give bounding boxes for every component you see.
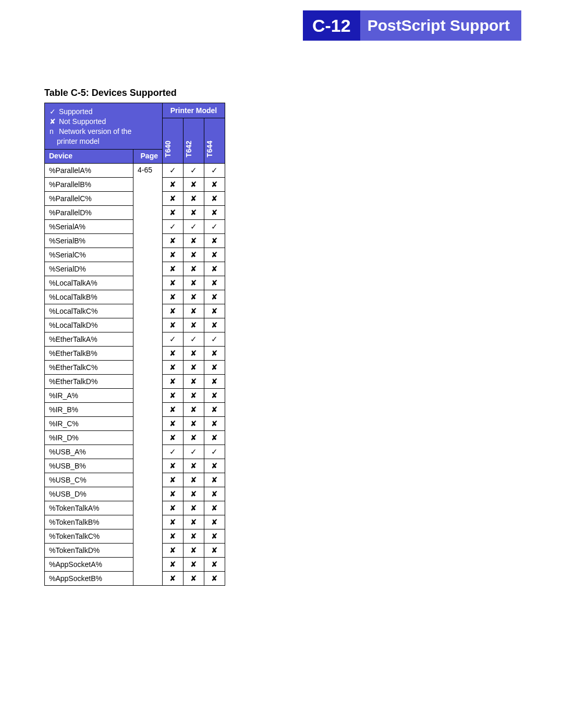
cross-icon: ✘ bbox=[163, 430, 183, 445]
cross-icon: ✘ bbox=[183, 346, 204, 360]
cross-icon: ✘ bbox=[183, 177, 204, 191]
model-header-t640: T640 bbox=[163, 118, 183, 164]
cross-icon: ✘ bbox=[183, 233, 204, 248]
device-name: %SerialA% bbox=[45, 219, 133, 233]
cross-icon: ✘ bbox=[163, 557, 183, 571]
cross-icon: ✘ bbox=[183, 248, 204, 262]
legend-cell: ✓ Supported ✘ Not Supported n Network ve… bbox=[45, 103, 163, 150]
cross-icon: ✘ bbox=[163, 473, 183, 487]
cross-icon: ✘ bbox=[183, 374, 204, 388]
cross-icon: ✘ bbox=[204, 487, 225, 501]
cross-icon: ✘ bbox=[183, 304, 204, 318]
page-reference: 4-65 bbox=[133, 163, 163, 585]
cross-icon: ✘ bbox=[204, 248, 225, 262]
check-icon: ✓ bbox=[163, 219, 183, 233]
cross-icon: ✘ bbox=[163, 543, 183, 557]
check-icon: ✓ bbox=[50, 107, 57, 117]
device-name: %IR_B% bbox=[45, 402, 133, 416]
cross-icon: ✘ bbox=[163, 501, 183, 515]
device-name: %SerialB% bbox=[45, 233, 133, 248]
legend-not-supported-label: Not Supported bbox=[59, 117, 106, 126]
cross-icon: ✘ bbox=[183, 543, 204, 557]
device-name: %EtherTalkA% bbox=[45, 332, 133, 346]
device-name: %EtherTalkB% bbox=[45, 346, 133, 360]
content-area: Table C-5: Devices Supported ✓ Supported… bbox=[0, 41, 563, 586]
cross-icon: ✘ bbox=[163, 459, 183, 473]
legend-supported: ✓ Supported bbox=[50, 107, 157, 117]
cross-icon: ✘ bbox=[183, 473, 204, 487]
cross-icon: ✘ bbox=[183, 262, 204, 276]
check-icon: ✓ bbox=[183, 219, 204, 233]
check-icon: ✓ bbox=[204, 163, 225, 177]
device-name: %TokenTalkB% bbox=[45, 515, 133, 529]
device-name: %AppSocketA% bbox=[45, 557, 133, 571]
cross-icon: ✘ bbox=[163, 402, 183, 416]
cross-icon: ✘ bbox=[163, 233, 183, 248]
cross-icon: ✘ bbox=[50, 117, 57, 127]
cross-icon: ✘ bbox=[183, 501, 204, 515]
cross-icon: ✘ bbox=[183, 529, 204, 543]
cross-icon: ✘ bbox=[163, 374, 183, 388]
cross-icon: ✘ bbox=[163, 529, 183, 543]
device-name: %LocalTalkD% bbox=[45, 318, 133, 332]
cross-icon: ✘ bbox=[183, 571, 204, 585]
cross-icon: ✘ bbox=[183, 360, 204, 374]
device-name: %LocalTalkA% bbox=[45, 276, 133, 290]
cross-icon: ✘ bbox=[204, 304, 225, 318]
cross-icon: ✘ bbox=[163, 416, 183, 430]
device-name: %EtherTalkC% bbox=[45, 360, 133, 374]
cross-icon: ✘ bbox=[183, 290, 204, 304]
device-name: %USB_D% bbox=[45, 487, 133, 501]
device-name: %IR_D% bbox=[45, 430, 133, 445]
cross-icon: ✘ bbox=[183, 459, 204, 473]
cross-icon: ✘ bbox=[183, 557, 204, 571]
cross-icon: ✘ bbox=[183, 430, 204, 445]
cross-icon: ✘ bbox=[204, 318, 225, 332]
cross-icon: ✘ bbox=[204, 346, 225, 360]
check-icon: ✓ bbox=[204, 219, 225, 233]
cross-icon: ✘ bbox=[163, 515, 183, 529]
check-icon: ✓ bbox=[183, 332, 204, 346]
device-column-header: Device bbox=[45, 149, 133, 163]
cross-icon: ✘ bbox=[204, 205, 225, 219]
cross-icon: ✘ bbox=[183, 515, 204, 529]
check-icon: ✓ bbox=[183, 445, 204, 459]
model-header-t642: T642 bbox=[183, 118, 204, 164]
device-name: %EtherTalkD% bbox=[45, 374, 133, 388]
cross-icon: ✘ bbox=[204, 374, 225, 388]
cross-icon: ✘ bbox=[163, 360, 183, 374]
device-name: %TokenTalkD% bbox=[45, 543, 133, 557]
device-name: %USB_C% bbox=[45, 473, 133, 487]
cross-icon: ✘ bbox=[163, 318, 183, 332]
cross-icon: ✘ bbox=[204, 191, 225, 205]
device-name: %AppSocketB% bbox=[45, 571, 133, 585]
cross-icon: ✘ bbox=[163, 262, 183, 276]
device-name: %LocalTalkC% bbox=[45, 304, 133, 318]
cross-icon: ✘ bbox=[183, 191, 204, 205]
cross-icon: ✘ bbox=[204, 459, 225, 473]
cross-icon: ✘ bbox=[163, 177, 183, 191]
check-icon: ✓ bbox=[183, 163, 204, 177]
cross-icon: ✘ bbox=[183, 487, 204, 501]
cross-icon: ✘ bbox=[204, 416, 225, 430]
cross-icon: ✘ bbox=[183, 205, 204, 219]
check-icon: ✓ bbox=[163, 163, 183, 177]
cross-icon: ✘ bbox=[204, 473, 225, 487]
device-name: %USB_A% bbox=[45, 445, 133, 459]
device-name: %USB_B% bbox=[45, 459, 133, 473]
cross-icon: ✘ bbox=[163, 571, 183, 585]
section-title: PostScript Support bbox=[360, 10, 521, 41]
cross-icon: ✘ bbox=[204, 571, 225, 585]
printer-model-header: Printer Model bbox=[163, 103, 225, 118]
device-name: %TokenTalkC% bbox=[45, 529, 133, 543]
cross-icon: ✘ bbox=[204, 529, 225, 543]
cross-icon: ✘ bbox=[183, 388, 204, 402]
device-name: %TokenTalkA% bbox=[45, 501, 133, 515]
devices-supported-table: ✓ Supported ✘ Not Supported n Network ve… bbox=[44, 103, 225, 586]
check-icon: ✓ bbox=[163, 445, 183, 459]
legend-network-line2: printer model bbox=[50, 137, 157, 146]
cross-icon: ✘ bbox=[204, 543, 225, 557]
table-title: Table C-5: Devices Supported bbox=[44, 88, 563, 98]
cross-icon: ✘ bbox=[204, 515, 225, 529]
table-row: %ParallelA%4-65✓✓✓ bbox=[45, 163, 225, 177]
